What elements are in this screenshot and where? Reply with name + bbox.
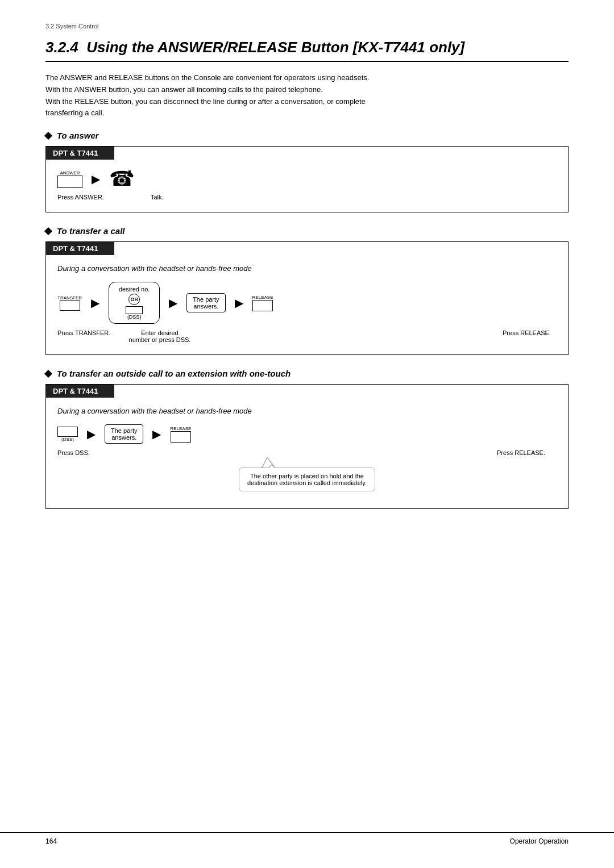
to-transfer-onetouch-diagram: DPT & T7441 During a conversation with t… [45, 384, 569, 509]
footer-section-label: Operator Operation [510, 837, 569, 845]
diagram-header-transfer: DPT & T7441 [46, 242, 114, 255]
breadcrumb: 3.2 System Control [45, 23, 569, 30]
press-release-label-2: Press RELEASE. [497, 449, 545, 456]
arrow-icon: ▶ [92, 172, 100, 186]
to-answer-title: To answer [45, 131, 569, 140]
arrow-icon-4: ▶ [235, 296, 243, 310]
phone-icon: ☎̇̇ [109, 169, 135, 189]
answer-button-diagram: ANSWER [57, 170, 82, 188]
to-transfer-title: To transfer a call [45, 226, 569, 236]
press-release-label-1: Press RELEASE. [503, 329, 551, 336]
to-transfer-onetouch-title: To transfer an outside call to an extens… [45, 369, 569, 378]
to-transfer-diagram: DPT & T7441 During a conversation with t… [45, 241, 569, 355]
arrow-icon-5: ▶ [87, 427, 96, 441]
desired-no-options: desired no. OR (DSS) [109, 282, 160, 324]
press-answer-label: Press ANSWER. [57, 194, 104, 201]
callout-box: The other party is placed on hold and th… [239, 468, 375, 491]
callout-tail-icon [262, 457, 290, 469]
to-answer-diagram: DPT & T7441 ANSWER ▶ ☎̇̇ Press ANSWER. T… [45, 146, 569, 212]
dss-button-diagram: (DSS) [57, 427, 78, 442]
intro-text: The ANSWER and RELEASE buttons on the Co… [45, 72, 569, 119]
press-dss-label: Press DSS. [57, 449, 103, 456]
enter-desired-label: Enter desired number or press DSS. [126, 329, 194, 343]
page-footer: 164 Operator Operation [0, 832, 614, 845]
section-title: 3.2.4 Using the ANSWER/RELEASE Button [K… [45, 39, 569, 62]
or-circle: OR [128, 294, 140, 305]
diagram-header-answer: DPT & T7441 [46, 147, 114, 160]
press-transfer-label: Press TRANSFER. [57, 329, 114, 336]
diamond-icon [44, 132, 52, 140]
diamond-icon-2 [44, 227, 52, 235]
diagram-header-onetouch: DPT & T7441 [46, 385, 114, 398]
party-answers-box-1: The party answers. [186, 293, 225, 312]
onetouch-italic: During a conversation with the headset o… [57, 407, 557, 415]
arrow-icon-3: ▶ [169, 296, 177, 310]
diamond-icon-3 [44, 370, 52, 378]
page-number: 164 [45, 837, 57, 845]
release-button-diagram-1: RELEASE [252, 295, 273, 311]
talk-label: Talk. [151, 194, 164, 201]
party-answers-box-2: The party answers. [105, 424, 143, 444]
transfer-button-diagram: TRANSFER [57, 295, 82, 311]
arrow-icon-2: ▶ [91, 296, 99, 310]
arrow-icon-6: ▶ [152, 427, 161, 441]
transfer-italic: During a conversation with the headset o… [57, 264, 557, 273]
release-button-diagram-2: RELEASE [170, 426, 191, 443]
